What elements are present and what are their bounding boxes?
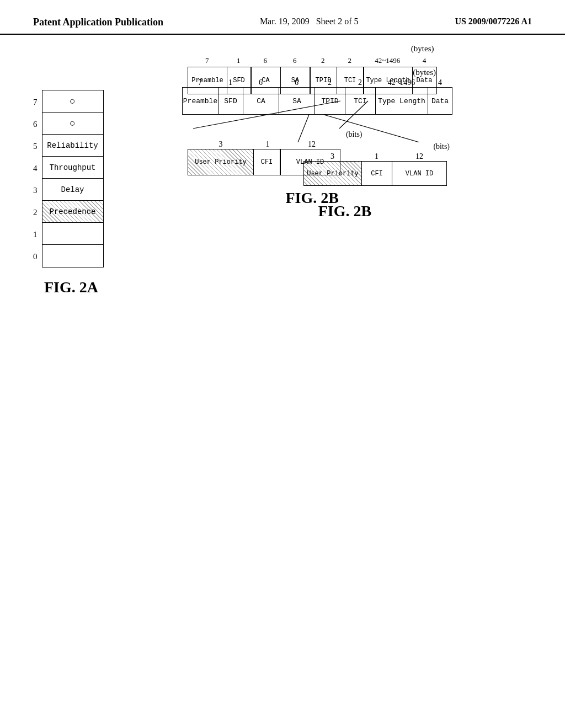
fig2a-num-3: 3 [33,179,38,201]
pub-date: Mar. 19, 2009 [260,17,310,26]
fig2a-num-6: 6 [33,113,38,135]
fig2a-cell-6: ○ [42,113,103,135]
col-sfd: 1 SFD [227,55,251,94]
tci-bit-num-3: 3 [188,140,254,149]
fig2a-cell-throughput: Throughput [42,157,103,179]
fig2a-cell-precedence: Precedence [42,201,103,223]
publication-number: US 2009/0077226 A1 [455,17,532,26]
fig2a-num-2: 2 [33,201,38,223]
tci-expanded-row: User Priority CFI VLAN ID [188,149,437,175]
svg-line-2 [193,101,340,129]
publication-title: Patent Application Publication [33,17,163,28]
fig2a-cell-0 [42,245,103,267]
fig2a-num-7: 7 [33,91,38,113]
fig2a-cell-7: ○ [42,90,103,113]
fig2a-table: 7 6 5 4 3 2 1 0 ○ ○ Reliability Throughp… [33,90,104,267]
fig2a-diagram: 7 6 5 4 3 2 1 0 ○ ○ Reliability Throughp… [33,90,104,296]
tci-numbers-row: 3 1 12 [188,140,437,149]
tci-user-priority: User Priority [188,149,254,175]
pub-sheet: Sheet 2 of 5 [316,17,359,26]
bytes-label-top: (bytes) [188,44,437,53]
col-ca: 6 CA [250,55,280,94]
fig2a-num-5: 5 [33,135,38,157]
tci-expansion-area: (bits) 3 1 12 User Priority CFI VLAN ID [188,100,437,175]
fig2a-label: FIG. 2A [44,279,104,296]
svg-line-3 [339,101,368,129]
publication-date-sheet: Mar. 19, 2009 Sheet 2 of 5 [260,17,359,26]
col-preamble: 7 Preamble [188,55,227,94]
tci-bit-num-12: 12 [281,140,342,149]
bits-label-2: (bits) [188,130,365,139]
fig2a-cell-1 [42,223,103,245]
col-typelength: 42~1496 Type Length [363,55,412,94]
tci-expansion-svg [188,100,419,130]
fig2a-num-0: 0 [33,245,38,267]
fig2a-cell-column: ○ ○ Reliability Throughput Delay Precede… [42,90,104,267]
col-tci: 2 TCI [337,55,364,94]
tci-vlan-id: VLAN ID [280,149,340,175]
frame-table: 7 Preamble 1 SFD 6 CA 6 SA 2 TPID 2 TCI … [188,55,437,94]
fig2a-cell-reliability: Reliability [42,135,103,157]
fig2b-wrap: (bytes) 7 Preamble 1 SFD 6 CA 6 SA 2 TPI… [188,44,437,207]
col-data: 4 Data [412,55,437,94]
fig2a-num-4: 4 [33,157,38,179]
fig2a-cell-delay: Delay [42,179,103,201]
fig2a-num-1: 1 [33,223,38,245]
col-tpid: 2 TPID [310,55,337,94]
fig2a-number-column: 7 6 5 4 3 2 1 0 [33,91,38,267]
page-header: Patent Application Publication Mar. 19, … [0,0,565,35]
tci-bit-num-1: 1 [254,140,281,149]
col-sa: 6 SA [280,55,310,94]
tci-cfi: CFI [253,149,281,175]
fig2b-figure-label: FIG. 2B [188,189,437,207]
